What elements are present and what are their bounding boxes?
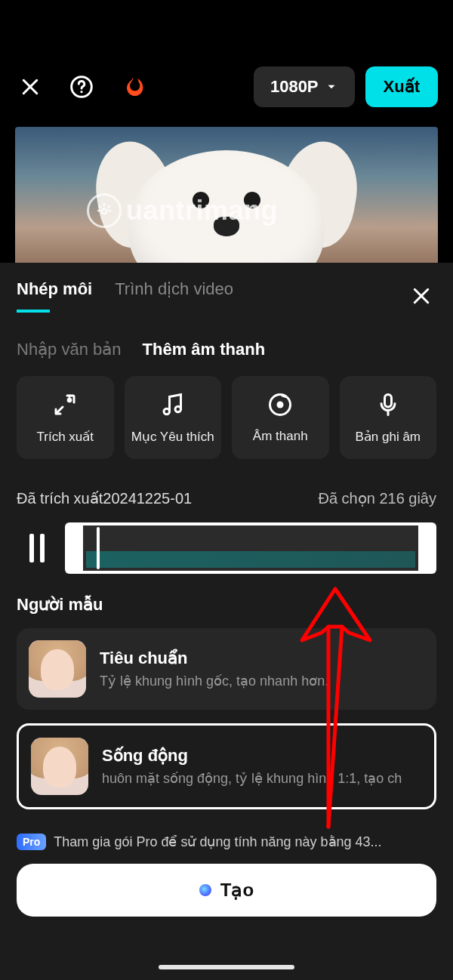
export-label: Xuất: [384, 77, 420, 96]
audio-icon: [267, 391, 294, 418]
pro-upsell-row[interactable]: Pro Tham gia gói Pro để sử dụng tính năn…: [0, 809, 453, 850]
svg-point-11: [277, 402, 284, 408]
watermark: uantrimang: [87, 193, 278, 228]
model-thumbnail: [29, 640, 86, 698]
clip-selected-duration: Đã chọn 216 giây: [318, 489, 436, 507]
top-bar-left: [15, 72, 148, 102]
model-option-standard[interactable]: Tiêu chuẩn Tỷ lệ khung hình gốc, tạo nha…: [17, 628, 436, 710]
input-mode-tabs: Nhập văn bản Thêm âm thanh: [0, 313, 453, 359]
trim-handle-right[interactable]: [418, 522, 436, 574]
model-name: Sống động: [102, 746, 422, 766]
models-section-title: Người mẫu: [0, 574, 453, 615]
resolution-button[interactable]: 1080P: [254, 66, 355, 107]
action-label: Bản ghi âm: [355, 429, 421, 445]
model-option-vivid[interactable]: Sống động huôn mặt sống động, tỷ lệ khun…: [17, 723, 436, 809]
extract-icon: [51, 391, 79, 418]
tab-video-translate[interactable]: Trình dịch video: [115, 279, 233, 313]
waveform-fill: [86, 551, 415, 568]
close-icon[interactable]: [15, 72, 45, 102]
model-text: Sống động huôn mặt sống động, tỷ lệ khun…: [102, 746, 422, 787]
playhead[interactable]: [97, 527, 100, 569]
model-thumbnail: [31, 738, 88, 795]
action-label: Trích xuất: [37, 429, 94, 445]
svg-point-9: [175, 406, 181, 412]
top-bar: 1080P Xuất: [0, 53, 453, 121]
create-button[interactable]: Tạo: [17, 864, 436, 917]
svg-point-3: [80, 91, 82, 93]
pause-icon: [29, 534, 45, 562]
pro-text: Tham gia gói Pro để sử dụng tính năng nà…: [54, 834, 381, 850]
subtab-text-input[interactable]: Nhập văn bản: [17, 340, 122, 359]
model-text: Tiêu chuẩn Tỷ lệ khung hình gốc, tạo nha…: [100, 649, 424, 689]
pro-badge: Pro: [17, 834, 46, 850]
audio-source-grid: Trích xuất Mục Yêu thích Âm thanh Bản gh…: [0, 359, 453, 459]
action-label: Mục Yêu thích: [131, 429, 214, 445]
action-extract[interactable]: Trích xuất: [17, 376, 114, 459]
resolution-label: 1080P: [270, 77, 319, 97]
tab-lip-sync[interactable]: Nhép môi: [17, 279, 92, 313]
subtab-label: Nhập văn bản: [17, 340, 122, 359]
sheet-close-icon[interactable]: [406, 281, 436, 311]
watermark-text: uantrimang: [126, 195, 278, 227]
trim-handle-left[interactable]: [65, 522, 83, 574]
record-icon: [374, 391, 402, 418]
feature-tabs: Nhép môi Trình dịch video: [17, 279, 233, 313]
svg-point-7: [67, 397, 72, 402]
model-desc: Tỷ lệ khung hình gốc, tạo nhanh hơn.: [100, 673, 424, 689]
sparkle-icon: [199, 884, 211, 896]
video-preview[interactable]: uantrimang: [15, 127, 438, 270]
sheet-header: Nhép môi Trình dịch video: [0, 263, 453, 313]
waveform-trimmer[interactable]: [65, 522, 436, 574]
subtab-add-audio[interactable]: Thêm âm thanh: [143, 340, 266, 359]
svg-rect-12: [384, 394, 391, 407]
help-icon[interactable]: [66, 72, 97, 102]
bottom-sheet: Nhép môi Trình dịch video Nhập văn bản T…: [0, 263, 453, 980]
tab-label: Trình dịch video: [115, 279, 233, 298]
clip-name: Đã trích xuất20241225-01: [17, 489, 192, 507]
action-audio[interactable]: Âm thanh: [232, 376, 329, 459]
subtab-label: Thêm âm thanh: [143, 340, 266, 359]
chevron-down-icon: [325, 80, 338, 94]
model-desc: huôn mặt sống động, tỷ lệ khung hình 1:1…: [102, 770, 422, 787]
flame-icon[interactable]: [118, 72, 148, 102]
play-pause-button[interactable]: [17, 522, 57, 574]
clip-info-row: Đã trích xuất20241225-01 Đã chọn 216 giâ…: [0, 459, 453, 507]
action-label: Âm thanh: [253, 429, 308, 444]
export-button[interactable]: Xuất: [365, 66, 438, 107]
tab-label: Nhép môi: [17, 279, 92, 298]
action-record[interactable]: Bản ghi âm: [340, 376, 437, 459]
bulb-icon: [87, 193, 122, 228]
model-name: Tiêu chuẩn: [100, 649, 424, 668]
favorite-icon: [159, 391, 186, 418]
svg-point-4: [102, 209, 106, 214]
svg-point-8: [164, 408, 170, 414]
home-indicator: [159, 965, 294, 969]
action-favorites[interactable]: Mục Yêu thích: [125, 376, 222, 459]
create-label: Tạo: [220, 880, 254, 901]
waveform-row: [0, 507, 453, 574]
app-root: 1080P Xuất uantrimang Nhép môi Trình dịc…: [0, 0, 453, 980]
